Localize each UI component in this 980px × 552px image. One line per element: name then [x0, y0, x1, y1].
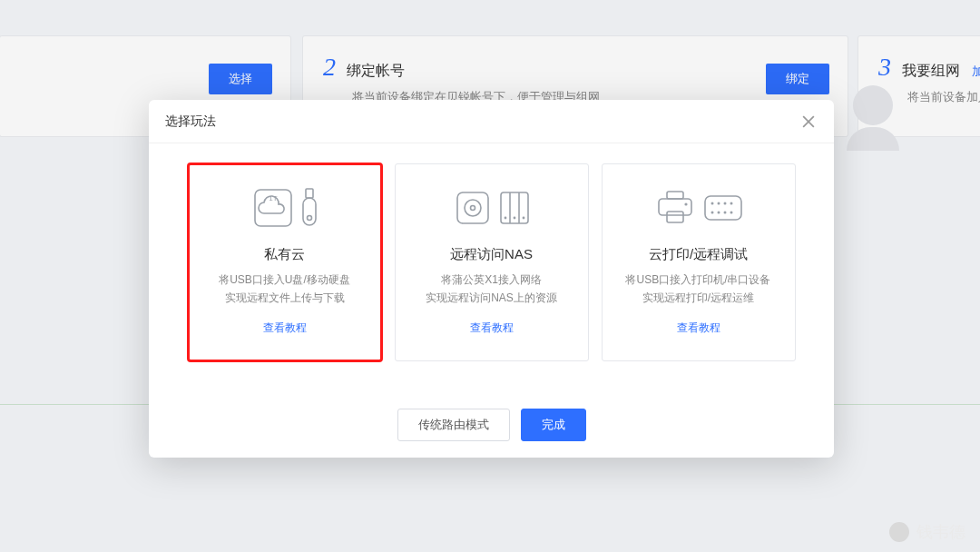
- printer-icon: [654, 181, 743, 235]
- svg-rect-4: [306, 189, 313, 198]
- option-title: 私有云: [264, 246, 305, 263]
- option-desc: 将USB口接入打印机/串口设备 实现远程打印/远程运维: [625, 271, 770, 308]
- modal-footer: 传统路由模式 完成: [149, 392, 834, 458]
- svg-rect-7: [457, 192, 488, 223]
- legacy-router-button[interactable]: 传统路由模式: [397, 409, 510, 441]
- nas-icon: [454, 181, 530, 235]
- svg-point-22: [717, 202, 720, 205]
- wechat-icon: [889, 522, 909, 542]
- svg-rect-16: [667, 192, 683, 199]
- svg-point-9: [470, 206, 475, 211]
- svg-point-8: [465, 200, 481, 216]
- option-title: 远程访问NAS: [450, 246, 533, 263]
- svg-point-24: [730, 202, 732, 205]
- svg-point-28: [730, 212, 732, 214]
- tutorial-link[interactable]: 查看教程: [677, 320, 720, 336]
- svg-point-15: [522, 217, 524, 220]
- watermark-text: 钱韦德: [916, 521, 965, 543]
- option-private-cloud[interactable]: 1T 私有云 将USB口接入U盘/移动硬盘 实现远程文件上传与下载 查看教程: [188, 163, 382, 361]
- svg-rect-20: [705, 196, 741, 220]
- tutorial-link[interactable]: 查看教程: [470, 320, 514, 336]
- svg-point-21: [710, 202, 713, 205]
- svg-point-6: [307, 216, 311, 221]
- svg-rect-5: [303, 198, 316, 225]
- svg-point-27: [723, 212, 726, 214]
- close-icon[interactable]: [799, 113, 818, 131]
- svg-rect-19: [667, 212, 683, 222]
- select-play-modal: 选择玩法 1T 私有云 将USB口接入U盘/: [149, 100, 834, 458]
- modal-header: 选择玩法: [149, 100, 834, 143]
- tutorial-link[interactable]: 查看教程: [263, 320, 307, 336]
- private-cloud-icon: 1T: [252, 181, 318, 235]
- option-title: 云打印/远程调试: [649, 246, 748, 263]
- svg-rect-17: [659, 199, 691, 215]
- modal-body: 1T 私有云 将USB口接入U盘/移动硬盘 实现远程文件上传与下载 查看教程: [149, 143, 834, 392]
- modal-title: 选择玩法: [165, 113, 799, 130]
- watermark: 钱韦德: [889, 521, 965, 543]
- option-cloud-print[interactable]: 云打印/远程调试 将USB口接入打印机/串口设备 实现远程打印/远程运维 查看教…: [602, 163, 796, 361]
- svg-point-13: [504, 217, 506, 220]
- option-remote-nas[interactable]: 远程访问NAS 将蒲公英X1接入网络 实现远程访问NAS上的资源 查看教程: [395, 163, 589, 361]
- option-desc: 将USB口接入U盘/移动硬盘 实现远程文件上传与下载: [219, 271, 350, 308]
- option-desc: 将蒲公英X1接入网络 实现远程访问NAS上的资源: [426, 271, 557, 308]
- svg-point-26: [717, 212, 720, 214]
- svg-point-23: [723, 202, 726, 205]
- svg-point-14: [513, 217, 515, 220]
- svg-point-18: [684, 202, 687, 205]
- finish-button[interactable]: 完成: [521, 409, 586, 441]
- svg-point-25: [710, 212, 713, 214]
